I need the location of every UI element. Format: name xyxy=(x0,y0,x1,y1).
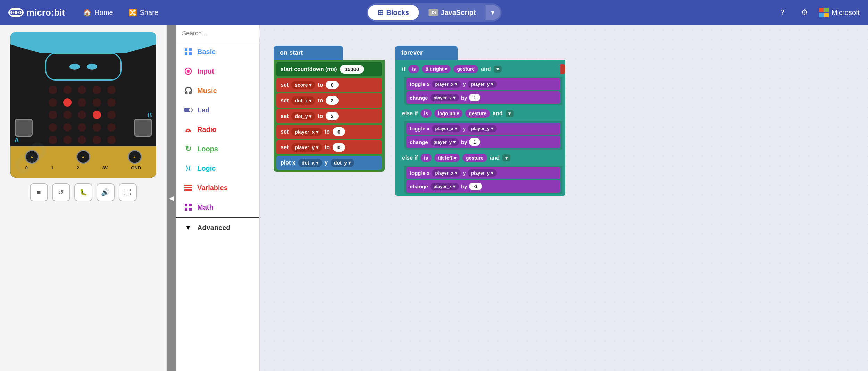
countdown-value[interactable]: 15000 xyxy=(340,65,364,74)
svg-rect-4 xyxy=(189,48,192,51)
home-button[interactable]: 🏠 Home xyxy=(79,6,117,19)
toolbox-item-radio[interactable]: Radio xyxy=(176,120,259,139)
logo: micro:bit xyxy=(8,7,65,18)
led-2-1 xyxy=(63,111,72,119)
elseif2-change-value[interactable]: -1 xyxy=(469,183,482,190)
share-button[interactable]: 🔀 Share xyxy=(124,6,162,19)
elseif2-label: else if xyxy=(402,155,418,161)
if1-playerx-dropdown[interactable]: player_x ▾ xyxy=(432,81,461,88)
button-a[interactable] xyxy=(15,119,33,137)
elseif1-playery-dropdown[interactable]: player_y ▾ xyxy=(468,125,496,132)
plot-x-dropdown[interactable]: dot_x ▾ xyxy=(298,159,322,167)
elseif2-toggle-row: toggle x player_x ▾ y player_y ▾ xyxy=(406,167,560,179)
button-b[interactable] xyxy=(134,119,152,137)
elseif1-playerx-dropdown[interactable]: player_x ▾ xyxy=(432,125,461,132)
music-icon: 🎧 xyxy=(183,86,193,95)
toolbox-item-loops[interactable]: ↻ Loops xyxy=(176,139,259,159)
search-input[interactable] xyxy=(182,30,262,37)
led-4-2 xyxy=(78,136,86,144)
score-dropdown[interactable]: score ▾ xyxy=(291,81,315,89)
set-label-playery: set xyxy=(281,144,289,151)
svg-point-11 xyxy=(187,131,189,132)
music-label: Music xyxy=(197,87,217,95)
led-icon xyxy=(183,105,193,115)
playery-dropdown[interactable]: player_y ▾ xyxy=(291,143,322,152)
elseif2-playery-dropdown[interactable]: player_y ▾ xyxy=(468,169,496,177)
doty-value[interactable]: 2 xyxy=(326,112,338,120)
editor-dropdown-button[interactable]: ▾ xyxy=(485,5,500,20)
elseif1-change-value[interactable]: 1 xyxy=(469,138,480,146)
collapse-icon: ◀ xyxy=(169,194,174,202)
svg-point-10 xyxy=(189,108,192,112)
elseif2-change-dropdown[interactable]: player_x ▾ xyxy=(430,183,459,190)
countdown-row: start countdown (ms) 15000 xyxy=(276,62,382,76)
debug-button[interactable]: 🐛 xyxy=(74,183,92,201)
blocks-tab[interactable]: ⊞ Blocks xyxy=(368,5,419,20)
search-bar: 🔍 xyxy=(176,25,259,42)
if1-change-dropdown[interactable]: player_x ▾ xyxy=(430,94,459,101)
elseif2-playerx-dropdown[interactable]: player_x ▾ xyxy=(432,169,461,177)
elseif1-is[interactable]: is xyxy=(420,109,432,118)
pin-label-3v: 3V xyxy=(102,165,108,170)
toolbox-item-math[interactable]: Math xyxy=(176,197,259,217)
toolbox-item-music[interactable]: 🎧 Music xyxy=(176,81,259,100)
doty-dropdown[interactable]: dot_y ▾ xyxy=(291,112,315,120)
help-icon: ? xyxy=(780,8,784,17)
svg-rect-3 xyxy=(185,48,187,51)
elseif1-inner: toggle x player_x ▾ y player_y ▾ change … xyxy=(404,121,562,150)
if1-label: if xyxy=(402,66,406,72)
javascript-tab[interactable]: JS JavaScript xyxy=(419,5,485,20)
toolbox-item-input[interactable]: Input xyxy=(176,61,259,81)
logic-label: Logic xyxy=(197,165,216,172)
collapse-sidebar-button[interactable]: ◀ xyxy=(167,25,176,371)
set-label-score: set xyxy=(281,82,289,88)
dotx-dropdown[interactable]: dot_x ▾ xyxy=(291,96,315,105)
elseif1-change-dropdown[interactable]: player_y ▾ xyxy=(430,138,459,146)
toolbox-items: Basic Input 🎧 Music Led xyxy=(176,42,259,371)
svg-rect-17 xyxy=(185,208,187,211)
elseif1-and-dropdown[interactable]: ▾ xyxy=(506,110,514,117)
input-icon xyxy=(183,66,193,76)
toolbox-item-advanced[interactable]: ▼ Advanced xyxy=(176,217,259,237)
toolbox-item-led[interactable]: Led xyxy=(176,100,259,120)
elseif2-and-dropdown[interactable]: ▾ xyxy=(502,154,510,161)
restart-button[interactable]: ↺ xyxy=(52,183,70,201)
if1-gesture-dropdown[interactable]: tilt right ▾ xyxy=(422,65,451,73)
on-start-body: start countdown (ms) 15000 set score ▾ t… xyxy=(274,60,385,172)
elseif2-gesture-dropdown[interactable]: tilt left ▾ xyxy=(434,154,460,162)
svg-point-1 xyxy=(12,11,15,14)
led-3-3 xyxy=(93,123,101,132)
to-label-dotx: to xyxy=(318,98,323,104)
dotx-value[interactable]: 2 xyxy=(326,96,338,105)
score-value[interactable]: 0 xyxy=(326,81,338,89)
svg-rect-13 xyxy=(184,187,192,188)
playerx-value[interactable]: 0 xyxy=(333,127,345,136)
if1-and-dropdown[interactable]: ▾ xyxy=(494,66,502,73)
stop-button[interactable]: ■ xyxy=(30,183,48,201)
if1-change-value[interactable]: 1 xyxy=(469,94,480,101)
led-1-1 xyxy=(63,98,72,107)
workspace[interactable]: on start start countdown (ms) 15000 set … xyxy=(260,25,868,371)
toolbox-item-basic[interactable]: Basic xyxy=(176,42,259,61)
elseif1-gesture-dropdown[interactable]: logo up ▾ xyxy=(434,109,462,118)
debug-icon: 🐛 xyxy=(80,188,87,196)
settings-button[interactable]: ⚙ xyxy=(797,5,812,20)
sound-button[interactable]: 🔊 xyxy=(97,183,115,201)
playerx-dropdown[interactable]: player_x ▾ xyxy=(291,128,322,136)
share-label: Share xyxy=(140,9,158,17)
if1-gesture-label: gesture xyxy=(453,65,478,73)
help-button[interactable]: ? xyxy=(775,5,790,20)
advanced-icon: ▼ xyxy=(183,223,193,233)
if1-is-dropdown[interactable]: is xyxy=(408,65,419,73)
fullscreen-button[interactable]: ⛶ xyxy=(119,183,137,201)
if1-playery-dropdown[interactable]: player_y ▾ xyxy=(468,81,496,88)
elseif2-is[interactable]: is xyxy=(420,154,432,162)
elseif1-change-row: change player_y ▾ by 1 xyxy=(406,136,560,148)
toolbox-item-variables[interactable]: Variables xyxy=(176,178,259,197)
plot-y-dropdown[interactable]: dot_y ▾ xyxy=(331,159,354,167)
toolbox-item-logic[interactable]: ⟩⟨ Logic xyxy=(176,159,259,178)
playery-value[interactable]: 0 xyxy=(333,143,345,152)
led-grid xyxy=(49,86,118,144)
pin-label-1: 1 xyxy=(51,165,53,170)
plot-y-label: y xyxy=(325,160,328,166)
